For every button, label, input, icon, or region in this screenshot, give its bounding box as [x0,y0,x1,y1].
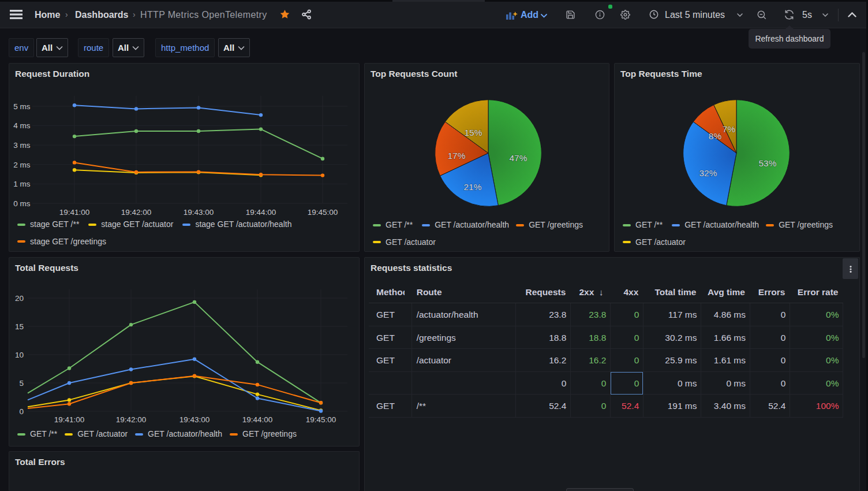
svg-text:21%: 21% [463,182,481,192]
svg-text:2 ms: 2 ms [13,161,31,169]
svg-text:4 ms: 4 ms [13,121,31,130]
svg-text:17%: 17% [447,151,465,161]
svg-text:19:43:00: 19:43:00 [179,415,210,424]
svg-text:32%: 32% [699,168,717,178]
svg-text:20: 20 [15,294,24,303]
svg-text:19:41:00: 19:41:00 [54,415,85,424]
svg-text:53%: 53% [758,158,776,168]
svg-text:8%: 8% [709,131,722,141]
svg-text:5: 5 [19,379,24,388]
svg-text:15: 15 [15,322,24,331]
svg-text:7%: 7% [723,124,736,134]
svg-text:5 ms: 5 ms [13,102,31,111]
svg-text:1 ms: 1 ms [13,180,31,188]
svg-text:19:42:00: 19:42:00 [116,415,147,424]
svg-text:10: 10 [15,351,24,359]
svg-text:0: 0 [19,407,24,416]
svg-text:0 ms: 0 ms [13,199,31,208]
svg-text:3 ms: 3 ms [13,141,31,150]
svg-text:15%: 15% [464,128,482,137]
svg-text:19:44:00: 19:44:00 [242,415,273,424]
svg-text:47%: 47% [509,153,527,163]
svg-text:19:45:00: 19:45:00 [306,415,336,424]
